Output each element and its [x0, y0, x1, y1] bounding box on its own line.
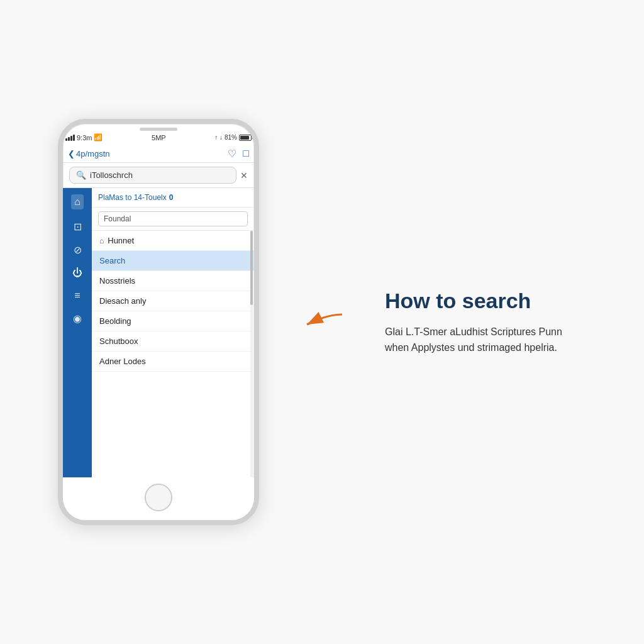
nav-back-button[interactable]: ❮ 4p/mgstn: [68, 149, 158, 158]
status-time: 9:3m: [77, 134, 92, 142]
phone-home-bar: [63, 477, 254, 520]
scrollbar[interactable]: [250, 231, 253, 477]
wifi-icon: 📶: [94, 133, 103, 142]
list-item-label-5: Schutboox: [99, 336, 138, 346]
sidebar-icon-settings[interactable]: ⊘: [74, 244, 82, 256]
app-body: ⌂ ⊡ ⊘ ⏻ ≡ ◉ PlaMas to 14-Touelx 0 Founda…: [63, 188, 254, 477]
nav-actions: ♡ □: [158, 148, 249, 160]
how-to-title: How to search: [385, 288, 586, 314]
search-input-text: iTolloschrch: [90, 170, 133, 180]
signal-arrows: ↑ ↓: [214, 134, 223, 141]
list-container: ⌂ Hunnet Search Nosstriels Diesach anly …: [92, 231, 254, 477]
list-item-beolding[interactable]: Beolding: [92, 311, 254, 331]
list-item-label-0: Hunnet: [108, 236, 134, 245]
sidebar-icon-menu[interactable]: ≡: [74, 290, 80, 301]
filter-row: Foundal: [92, 208, 254, 231]
page-container: 9:3m 📶 5MP ↑ ↓ 81% ❮ 4p/mgstn ♡ □: [39, 119, 605, 525]
list-item-nosstriels[interactable]: Nosstriels: [92, 271, 254, 291]
list-item-label-1: Search: [99, 256, 125, 265]
phone-speaker: [140, 128, 177, 131]
list-item-label-2: Nosstriels: [99, 276, 135, 286]
status-center: 5MP: [152, 134, 166, 142]
status-left: 9:3m 📶: [65, 133, 103, 142]
bookmark-icon[interactable]: ♡: [228, 148, 236, 160]
share-icon[interactable]: □: [243, 148, 249, 160]
phone-notch: [63, 124, 254, 133]
list-item-home[interactable]: ⌂ Hunnet: [92, 231, 254, 251]
nav-bar: ❮ 4p/mgstn ♡ □: [63, 145, 254, 163]
content-badge: 0: [169, 193, 174, 202]
home-item-icon: ⌂: [99, 236, 104, 245]
arrow-container: [297, 303, 347, 341]
network-label: 5MP: [152, 134, 166, 142]
nav-back-label: 4p/mgstn: [76, 149, 109, 158]
sidebar-icon-home[interactable]: ⌂: [71, 194, 84, 209]
list-item-search[interactable]: Search: [92, 251, 254, 271]
battery-fill: [240, 136, 249, 140]
list-item-diesach[interactable]: Diesach anly: [92, 291, 254, 311]
how-to-description: Glai L.T-Smer aLudhist Scriptures Punn w…: [385, 324, 586, 356]
sidebar-icon-docs[interactable]: ⊡: [74, 221, 82, 233]
content-header: PlaMas to 14-Touelx 0: [92, 188, 254, 208]
phone-mockup: 9:3m 📶 5MP ↑ ↓ 81% ❮ 4p/mgstn ♡ □: [58, 119, 259, 525]
back-chevron-icon: ❮: [68, 149, 75, 158]
main-content: PlaMas to 14-Touelx 0 Foundal ⌂ Hunnet: [92, 188, 254, 477]
list-item-label-4: Beolding: [99, 316, 131, 326]
sidebar-icon-compass[interactable]: ◉: [73, 313, 82, 325]
list-item-label-3: Diesach anly: [99, 296, 146, 306]
status-bar: 9:3m 📶 5MP ↑ ↓ 81%: [63, 133, 254, 142]
status-right: ↑ ↓ 81%: [214, 134, 252, 141]
signal-icon: [65, 135, 75, 141]
arrow-icon: [297, 303, 347, 341]
search-magnifier-icon: 🔍: [76, 170, 86, 180]
text-panel: How to search Glai L.T-Smer aLudhist Scr…: [385, 288, 586, 356]
filter-box-value: Foundal: [104, 214, 131, 223]
list-item-label-6: Adner Lodes: [99, 357, 146, 366]
search-bar: 🔍 iTolloschrch ✕: [63, 163, 254, 188]
sidebar-icon-power[interactable]: ⏻: [72, 267, 82, 279]
scrollbar-thumb: [250, 231, 253, 305]
battery-percent: 81%: [225, 134, 237, 141]
list-item-schutboox[interactable]: Schutboox: [92, 331, 254, 352]
home-button[interactable]: [145, 484, 172, 511]
content-header-text: PlaMas to 14-Touelx: [98, 193, 167, 202]
search-filter-icon[interactable]: ✕: [240, 170, 248, 180]
sidebar: ⌂ ⊡ ⊘ ⏻ ≡ ◉: [63, 188, 92, 477]
battery-icon: [239, 135, 252, 141]
list-item-adner[interactable]: Adner Lodes: [92, 352, 254, 372]
filter-box[interactable]: Foundal: [98, 211, 248, 226]
search-input-display[interactable]: 🔍 iTolloschrch: [69, 167, 236, 184]
